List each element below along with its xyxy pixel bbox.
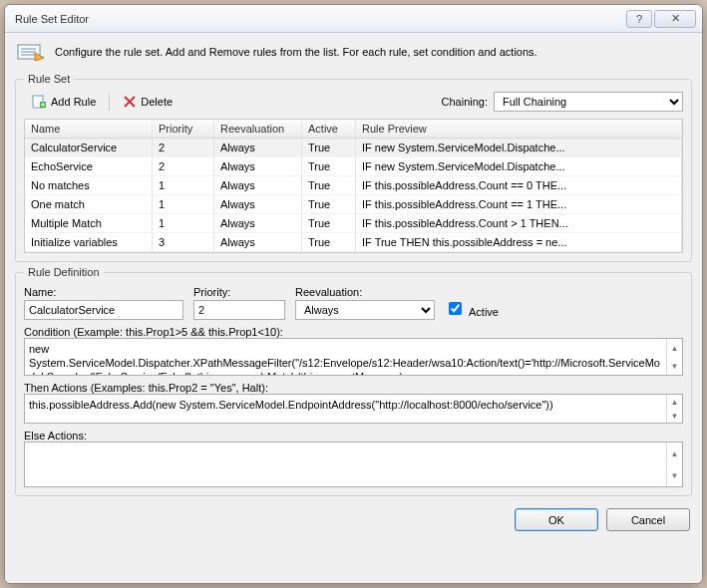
cancel-button[interactable]: Cancel	[606, 508, 690, 531]
add-rule-label: Add Rule	[51, 96, 96, 108]
table-row[interactable]: One match1AlwaysTrueIF this.possibleAddr…	[25, 195, 682, 214]
table-row[interactable]: Multiple Match1AlwaysTrueIF this.possibl…	[25, 214, 682, 233]
ruledef-group: Rule Definition Name: Priority: Reevalua…	[15, 266, 692, 496]
ruleset-legend: Rule Set	[24, 73, 74, 85]
col-header-priority[interactable]: Priority	[153, 120, 214, 138]
table-row[interactable]: EchoService2AlwaysTrueIF new System.Serv…	[25, 157, 682, 176]
priority-label: Priority:	[193, 286, 285, 298]
col-header-name[interactable]: Name	[25, 120, 153, 138]
grid-body: CalculatorService2AlwaysTrueIF new Syste…	[25, 139, 682, 252]
spin-up-icon[interactable]: ▲	[667, 339, 682, 357]
spin-down-icon[interactable]: ▼	[667, 409, 682, 423]
col-header-active[interactable]: Active	[302, 120, 356, 138]
then-field[interactable]: this.possibleAddress.Add(new System.Serv…	[25, 395, 666, 423]
name-field[interactable]	[24, 300, 183, 320]
ruledef-legend: Rule Definition	[24, 266, 104, 278]
close-icon: ✕	[671, 12, 680, 25]
else-field[interactable]	[25, 442, 666, 486]
toolbar-separator	[109, 93, 110, 111]
reeval-label: Reevaluation:	[295, 286, 435, 298]
table-row[interactable]: CalculatorService2AlwaysTrueIF new Syste…	[25, 139, 682, 157]
chaining-select[interactable]: Full Chaining	[494, 92, 683, 112]
condition-label: Condition (Example: this.Prop1>5 && this…	[24, 326, 683, 338]
instruction-text: Configure the rule set. Add and Remove r…	[55, 46, 537, 58]
priority-field[interactable]	[193, 300, 285, 320]
col-header-preview[interactable]: Rule Preview	[356, 120, 682, 138]
spin-up-icon[interactable]: ▲	[667, 442, 682, 464]
instruction-row: Configure the rule set. Add and Remove r…	[15, 39, 692, 69]
window-title: Rule Set Editor	[15, 13, 626, 25]
dialog-window: Rule Set Editor ? ✕ Configure the rule s…	[4, 4, 703, 584]
grid-header: Name Priority Reevaluation Active Rule P…	[25, 120, 682, 139]
titlebar: Rule Set Editor ? ✕	[5, 5, 702, 33]
close-button[interactable]: ✕	[654, 10, 696, 28]
name-label: Name:	[24, 286, 183, 298]
reeval-select[interactable]: Always	[295, 300, 435, 320]
condition-field[interactable]: new System.ServiceModel.Dispatcher.XPath…	[25, 339, 666, 375]
else-label: Else Actions:	[24, 430, 683, 441]
ruleset-icon	[17, 41, 45, 63]
delete-icon	[123, 95, 137, 109]
spin-down-icon[interactable]: ▼	[667, 357, 682, 375]
help-button[interactable]: ?	[626, 10, 652, 28]
delete-label: Delete	[141, 96, 173, 108]
add-rule-button[interactable]: Add Rule	[24, 91, 103, 113]
help-icon: ?	[636, 13, 642, 25]
active-label: Active	[469, 306, 499, 318]
table-row[interactable]: No matches1AlwaysTrueIF this.possibleAdd…	[25, 176, 682, 195]
add-rule-icon	[31, 94, 47, 110]
spin-down-icon[interactable]: ▼	[667, 464, 682, 486]
ruleset-group: Rule Set Add Rule Delete Chaining: Full …	[15, 73, 692, 262]
ok-button[interactable]: OK	[515, 508, 598, 531]
then-label: Then Actions (Examples: this.Prop2 = "Ye…	[24, 382, 683, 394]
active-checkbox[interactable]	[449, 302, 462, 315]
chaining-label: Chaining:	[442, 96, 488, 108]
spin-up-icon[interactable]: ▲	[667, 395, 682, 409]
table-row[interactable]: Initialize variables3AlwaysTrueIF True T…	[25, 233, 682, 252]
rules-grid: Name Priority Reevaluation Active Rule P…	[24, 119, 683, 253]
col-header-reeval[interactable]: Reevaluation	[214, 120, 302, 138]
delete-rule-button[interactable]: Delete	[116, 92, 179, 112]
